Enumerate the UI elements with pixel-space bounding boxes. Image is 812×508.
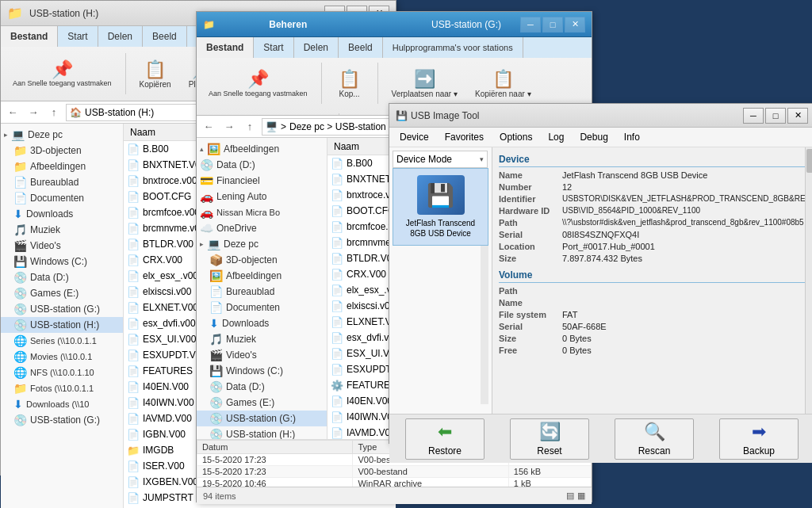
tab-hulpp-g[interactable]: Hulpprogramma's voor stations <box>383 37 523 58</box>
tree-gamese-g[interactable]: 💿 Games (E:) <box>197 395 327 411</box>
tree-lening-g[interactable]: 🚗 Lening Auto <box>197 189 327 204</box>
tree-label-bureau: Bureaublad <box>30 177 79 188</box>
detail-scrollbar[interactable] <box>805 147 812 414</box>
reset-btn[interactable]: 🔄 Reset <box>510 418 589 460</box>
col-date-g[interactable]: Datum <box>197 441 353 454</box>
up-btn-h[interactable]: ↑ <box>45 104 63 121</box>
usb-device-item[interactable]: 💾 JetFlash Transcend8GB USB Device <box>393 168 488 246</box>
ribbon-btn-pin-g[interactable]: 📌 Aan Snelle toegang vastmaken <box>203 61 313 105</box>
menu-debug[interactable]: Debug <box>573 129 615 145</box>
icon-data-g: 💿 <box>200 159 213 171</box>
tree-deze-pc[interactable]: ▸ 💻 Deze pc <box>1 127 123 143</box>
ribbon-btn-naam-g[interactable]: ✏️ Naam wijzigen <box>268 112 331 115</box>
back-btn-g[interactable]: ← <box>200 118 217 136</box>
menu-info[interactable]: Info <box>617 129 647 145</box>
tree-label-videos: Video's <box>30 240 61 251</box>
tree-doc-g[interactable]: 📄 Documenten <box>197 300 327 315</box>
nav-tree-h: ▸ 💻 Deze pc 📁 3D-objecten 📁 Afbeeldingen… <box>1 124 124 508</box>
tree-muziek[interactable]: 🎵 Muziek <box>1 222 123 238</box>
tree-fotos[interactable]: 📁 Fotos (\\10.0.1.1 <box>1 380 123 396</box>
label-usbh-g: USB-station (H:) <box>226 429 295 439</box>
tree-downloads-g[interactable]: ⬇ Downloads <box>197 315 327 331</box>
detail-row-2[interactable]: 15-5-2020 17:23 V00-bestand 156 kB <box>197 466 592 478</box>
usb-maximize-btn[interactable]: □ <box>765 108 786 124</box>
label-usbg-g: USB-station (G:) <box>226 413 296 424</box>
device-mode-combo[interactable]: Device Mode ▾ <box>393 151 488 168</box>
forward-btn-g[interactable]: → <box>220 118 238 136</box>
tree-afb2-g[interactable]: 🖼️ Afbeeldingen <box>197 268 327 284</box>
tab-bestand-g[interactable]: Bestand <box>197 37 254 58</box>
ribbon-btn-kopi-g[interactable]: 📋 Kopiëren naar ▾ <box>469 61 537 105</box>
label-bureau-g: Bureaublad <box>226 286 274 297</box>
tree-bureau[interactable]: 📄 Bureaublad <box>1 174 123 190</box>
tree-movies[interactable]: 🌐 Movies (\\10.0.1 <box>1 349 123 365</box>
maximize-btn-g[interactable]: □ <box>542 17 563 32</box>
tree-3d[interactable]: 📁 3D-objecten <box>1 143 123 159</box>
up-btn-g[interactable]: ↑ <box>241 118 259 136</box>
ribbon-btn-kop-g[interactable]: 📋 Kop... <box>330 61 370 105</box>
tab-delen-h[interactable]: Delen <box>98 26 143 47</box>
tree-muziek-g[interactable]: 🎵 Muziek <box>197 331 327 347</box>
ribbon-btn-verp-g[interactable]: ➡️ Verplaatsen naar ▾ <box>386 61 463 105</box>
tree-videos[interactable]: 🎬 Video's <box>1 238 123 254</box>
menu-favorites[interactable]: Favorites <box>438 129 491 145</box>
usb-minimize-btn[interactable]: ─ <box>743 108 764 124</box>
tree-data-d-g[interactable]: 💿 Data (D:) <box>197 157 327 173</box>
tab-bestand-h[interactable]: Bestand <box>1 26 58 47</box>
close-btn-g[interactable]: ✕ <box>565 17 585 32</box>
tree-videos-g[interactable]: 🎬 Video's <box>197 347 327 363</box>
tree-dezepc-g[interactable]: ▸ 💻 Deze pc <box>197 236 327 252</box>
restore-btn[interactable]: ⬅ Restore <box>405 418 485 460</box>
tree-bureau-g[interactable]: 📄 Bureaublad <box>197 284 327 300</box>
tree-windows-c[interactable]: 💾 Windows (C:) <box>1 254 123 269</box>
tree-usb-h[interactable]: 💿 USB-station (H:) <box>1 317 123 333</box>
tree-afb[interactable]: 📁 Afbeeldingen <box>1 159 123 174</box>
tree-winc-g[interactable]: 💾 Windows (C:) <box>197 363 327 379</box>
tree-usb-g[interactable]: 💿 USB-station (G:) <box>1 301 123 317</box>
value-hwid: USB\VID_8564&PID_1000&REV_1100 <box>562 206 808 216</box>
tree-fin-g[interactable]: 💳 Financieel <box>197 173 327 189</box>
tree-games-e[interactable]: 💿 Games (E:) <box>1 285 123 301</box>
detail-row-3[interactable]: 19-5-2020 10:46 WinRAR archive 1 kB <box>197 478 592 487</box>
tree-data-d[interactable]: 💿 Data (D:) <box>1 269 123 285</box>
usb-close-btn[interactable]: ✕ <box>787 108 808 124</box>
tree-usb-g2[interactable]: 💿 USB-station (G:) <box>1 412 123 428</box>
tree-series[interactable]: 🌐 Series (\\10.0.1.1 <box>1 333 123 349</box>
folder-icon-g: 📁 <box>203 19 215 30</box>
tree-onedrive-g[interactable]: ☁️ OneDrive <box>197 220 327 236</box>
tree-label-afb: Afbeeldingen <box>30 161 86 172</box>
section-device: Device <box>499 154 808 167</box>
label-muziek-g: Muziek <box>226 334 256 345</box>
tab-delen-g[interactable]: Delen <box>294 37 339 58</box>
device-list-scrollbar[interactable] <box>481 246 488 404</box>
menu-device[interactable]: Device <box>393 129 436 145</box>
minimize-btn-g[interactable]: ─ <box>520 17 541 32</box>
tree-downloads[interactable]: ⬇ Downloads <box>1 206 123 222</box>
view-detail-btn[interactable]: ▤ <box>566 491 574 501</box>
view-list-btn[interactable]: ▦ <box>577 491 585 501</box>
menu-options[interactable]: Options <box>492 129 539 145</box>
tab-start-g[interactable]: Start <box>254 37 293 58</box>
tree-3d-g[interactable]: 📦 3D-objecten <box>197 252 327 268</box>
tree-nissan-g[interactable]: 🚗 Nissan Micra Bo <box>197 204 327 220</box>
usb-device-panel: Device Mode ▾ 💾 JetFlash Transcend8GB US… <box>389 147 492 414</box>
backup-btn[interactable]: ➡ Backup <box>719 418 799 460</box>
ribbon-btn-copy-h[interactable]: 📋 Kopiëren <box>134 52 177 96</box>
menu-log[interactable]: Log <box>541 129 571 145</box>
forward-btn-h[interactable]: → <box>25 104 42 121</box>
rescan-btn[interactable]: 🔍 Rescan <box>615 418 694 460</box>
tree-datad-g[interactable]: 💿 Data (D:) <box>197 379 327 395</box>
tree-usbg-g[interactable]: 💿 USB-station (G:) <box>197 411 327 426</box>
ribbon-btn-pin-h[interactable]: 📌 Aan Snelle toegang vastmaken <box>7 52 117 96</box>
tree-doc[interactable]: 📄 Documenten <box>1 190 123 206</box>
path-text-h: USB-station (H:) <box>85 107 154 118</box>
tree-afb-g[interactable]: ▴ 🖼️ Afbeeldingen <box>197 141 327 157</box>
tab-beeld-h[interactable]: Beeld <box>143 26 187 47</box>
tab-beeld-g[interactable]: Beeld <box>339 37 383 58</box>
ribbon-btn-verw-g[interactable]: 🗑️ Verwijderen ▾ <box>203 112 262 115</box>
tree-usbh-g[interactable]: 💿 USB-station (H:) <box>197 426 327 439</box>
tree-nfs[interactable]: 🌐 NFS (\\10.0.1.10 <box>1 365 123 380</box>
back-btn-h[interactable]: ← <box>4 104 21 121</box>
tab-start-h[interactable]: Start <box>58 26 98 47</box>
tree-downloads-net[interactable]: ⬇ Downloads (\\10 <box>1 396 123 412</box>
